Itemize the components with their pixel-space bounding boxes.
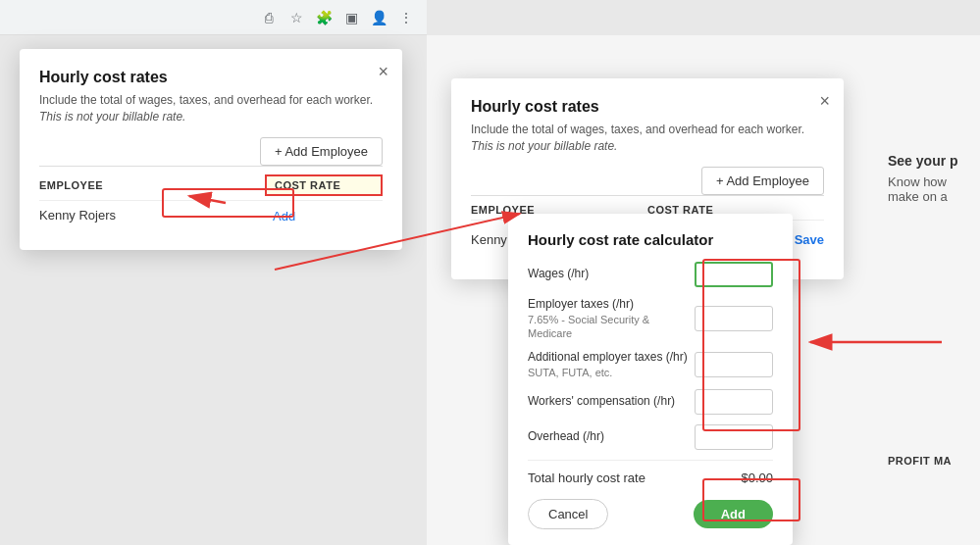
bg-content: See your p Know how make on a — [868, 133, 980, 223]
calc-employer-taxes-label: Employer taxes (/hr) 7.65% - Social Secu… — [528, 297, 695, 340]
calc-additional-taxes-row: Additional employer taxes (/hr) SUTA, FU… — [528, 350, 773, 379]
calc-workers-comp-row: Workers' compensation (/hr) — [528, 389, 773, 415]
calc-workers-comp-label: Workers' compensation (/hr) — [528, 394, 695, 410]
right-modal-title: Hourly cost rates — [471, 98, 824, 116]
calc-divider — [528, 460, 773, 461]
left-modal-title: Hourly cost rates — [39, 69, 383, 86]
calc-overhead-row: Overhead (/hr) — [528, 424, 773, 450]
left-add-link[interactable]: Add — [273, 209, 295, 223]
left-modal-close[interactable]: × — [378, 63, 388, 80]
calc-wages-label: Wages (/hr) — [528, 267, 695, 282]
calc-add-button[interactable]: Add — [694, 500, 773, 528]
calc-wages-input[interactable] — [695, 262, 773, 287]
left-table-header: EMPLOYEE COST RATE — [39, 166, 383, 200]
calc-cancel-button[interactable]: Cancel — [528, 499, 608, 529]
puzzle-icon[interactable]: 🧩 — [315, 9, 333, 26]
calc-total-row: Total hourly cost rate $0.00 — [528, 471, 773, 485]
person-icon[interactable]: 👤 — [370, 9, 387, 26]
calc-footer: Cancel Add — [528, 499, 773, 529]
calc-wages-row: Wages (/hr) — [528, 262, 773, 287]
menu-icon[interactable]: ⋮ — [397, 9, 415, 26]
left-col-employee-header: EMPLOYEE — [39, 179, 265, 191]
share-icon[interactable]: ⎙ — [260, 9, 278, 26]
left-add-employee-button[interactable]: + Add Employee — [260, 137, 383, 166]
bg-see-your: See your p — [888, 153, 960, 169]
calculator-modal-title: Hourly cost rate calculator — [528, 231, 773, 248]
bg-profit-label: PROFIT MA — [868, 455, 971, 467]
left-browser-bar: ⎙ ☆ 🧩 ▣ 👤 ⋮ — [0, 0, 427, 35]
calc-overhead-input[interactable] — [695, 424, 773, 450]
calc-workers-comp-input[interactable] — [695, 389, 773, 415]
square-icon[interactable]: ▣ — [342, 9, 360, 26]
calc-total-value: $0.00 — [741, 471, 773, 485]
calculator-modal: Hourly cost rate calculator Wages (/hr) … — [508, 214, 793, 545]
star-icon[interactable]: ☆ — [287, 9, 305, 26]
calc-additional-taxes-label: Additional employer taxes (/hr) SUTA, FU… — [528, 350, 695, 379]
bg-make-on-a: make on a — [888, 189, 960, 204]
left-cost-cell[interactable]: Add — [265, 207, 383, 224]
left-table-row: Kenny Rojers Add — [39, 200, 383, 230]
right-modal-subtitle: Include the total of wages, taxes, and o… — [471, 122, 824, 155]
save-link[interactable]: Save — [795, 232, 824, 247]
calc-total-label: Total hourly cost rate — [528, 471, 645, 485]
left-col-cost-header: COST RATE — [265, 174, 383, 196]
left-modal: × Hourly cost rates Include the total of… — [20, 49, 402, 250]
left-employee-name: Kenny Rojers — [39, 208, 265, 223]
calc-additional-taxes-input[interactable] — [695, 352, 773, 377]
calc-employer-taxes-row: Employer taxes (/hr) 7.65% - Social Secu… — [528, 297, 773, 340]
right-add-employee-button[interactable]: + Add Employee — [701, 167, 824, 195]
calc-overhead-label: Overhead (/hr) — [528, 429, 695, 445]
bg-know-how: Know how — [888, 174, 960, 189]
left-modal-subtitle: Include the total of wages, taxes, and o… — [39, 92, 383, 125]
calc-employer-taxes-input[interactable] — [695, 306, 773, 331]
right-modal-close[interactable]: × — [819, 92, 830, 110]
